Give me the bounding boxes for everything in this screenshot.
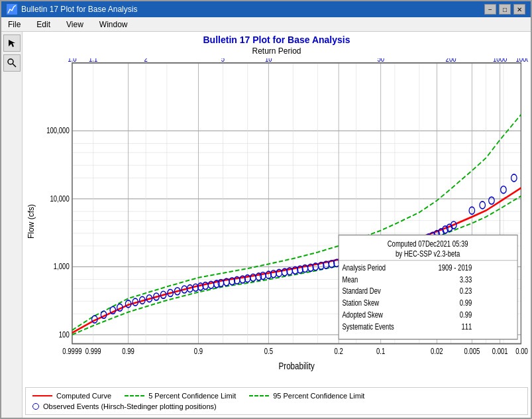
zoom-tool[interactable] <box>3 54 21 72</box>
svg-text:0.5: 0.5 <box>264 346 273 355</box>
main-window: Bulletin 17 Plot for Base Analysis − □ ✕… <box>0 0 532 419</box>
svg-text:100: 100 <box>59 330 70 339</box>
svg-text:0.02: 0.02 <box>431 346 443 355</box>
maximize-button[interactable]: □ <box>499 4 511 15</box>
svg-text:1.1: 1.1 <box>89 58 97 64</box>
svg-text:Computed 07Dec2021 05:39: Computed 07Dec2021 05:39 <box>388 239 468 248</box>
menu-bar: File Edit View Window <box>1 17 531 32</box>
chart-area[interactable]: 1.0 1.1 2 5 10 50 200 1000 10000 0 <box>37 58 528 385</box>
svg-text:1909 - 2019: 1909 - 2019 <box>438 263 472 272</box>
svg-text:10000: 10000 <box>515 58 528 64</box>
chart-svg: 1.0 1.1 2 5 10 50 200 1000 10000 0 <box>37 58 528 385</box>
chart-title: Bulletin 17 Plot for Base Analysis <box>25 34 528 45</box>
svg-text:0.2: 0.2 <box>335 346 343 355</box>
chart-subtitle: Return Period <box>25 46 528 56</box>
svg-text:Adopted Skew: Adopted Skew <box>342 310 382 319</box>
close-button[interactable]: ✕ <box>513 4 525 15</box>
svg-text:Station Skew: Station Skew <box>342 298 379 307</box>
title-bar-controls: − □ ✕ <box>484 4 525 15</box>
window-title: Bulletin 17 Plot for Base Analysis <box>21 5 137 14</box>
cursor-tool[interactable] <box>3 34 21 52</box>
svg-text:5: 5 <box>221 58 225 64</box>
app-icon <box>7 4 17 15</box>
svg-text:Mean: Mean <box>342 274 358 283</box>
legend-observed-label: Observed Events (Hirsch-Stedinger plotti… <box>43 402 217 410</box>
cursor-icon <box>7 38 17 48</box>
svg-text:1,000: 1,000 <box>54 262 70 270</box>
y-axis-label: Flow (cfs) <box>25 58 37 385</box>
svg-text:2: 2 <box>144 58 147 64</box>
svg-text:0.0001: 0.0001 <box>515 346 528 355</box>
svg-text:0.99: 0.99 <box>122 346 134 355</box>
svg-text:50: 50 <box>377 58 384 64</box>
toolbar <box>1 32 23 418</box>
svg-text:3.33: 3.33 <box>460 274 472 283</box>
legend-observed: Observed Events (Hirsch-Stedinger plotti… <box>32 402 217 410</box>
svg-text:10: 10 <box>265 58 272 64</box>
svg-text:0.001: 0.001 <box>492 346 508 355</box>
svg-text:200: 200 <box>446 58 456 64</box>
content-area: Bulletin 17 Plot for Base Analysis Retur… <box>1 32 531 418</box>
legend-circle <box>32 403 39 410</box>
title-bar: Bulletin 17 Plot for Base Analysis − □ ✕ <box>1 1 531 17</box>
svg-text:0.9999: 0.9999 <box>62 346 81 355</box>
svg-text:Standard Dev: Standard Dev <box>342 286 381 295</box>
svg-text:0.1: 0.1 <box>376 346 385 355</box>
svg-text:111: 111 <box>461 322 472 330</box>
svg-marker-1 <box>9 40 15 47</box>
legend-95pct: 95 Percent Confidence Limit <box>249 392 364 400</box>
svg-text:1000: 1000 <box>493 58 507 64</box>
svg-text:0.23: 0.23 <box>460 286 472 295</box>
svg-text:by HEC-SSP v2.3-beta: by HEC-SSP v2.3-beta <box>396 249 460 258</box>
svg-text:100,000: 100,000 <box>46 126 69 135</box>
legend-red-line <box>32 395 52 396</box>
legend-computed-label: Computed Curve <box>56 392 111 400</box>
svg-text:0.999: 0.999 <box>85 346 101 355</box>
svg-text:Analysis Period: Analysis Period <box>342 263 386 272</box>
legend-area: Computed Curve 5 Percent Confidence Limi… <box>25 387 528 415</box>
title-bar-left: Bulletin 17 Plot for Base Analysis <box>7 4 137 15</box>
zoom-icon <box>7 58 17 68</box>
svg-point-2 <box>8 59 13 64</box>
svg-text:Systematic Events: Systematic Events <box>342 322 394 330</box>
svg-line-3 <box>13 64 16 67</box>
menu-file[interactable]: File <box>4 19 25 30</box>
legend-5pct: 5 Percent Confidence Limit <box>125 392 236 400</box>
menu-view[interactable]: View <box>62 19 87 30</box>
legend-5pct-label: 5 Percent Confidence Limit <box>148 392 236 400</box>
svg-text:1.0: 1.0 <box>68 58 76 64</box>
chart-wrapper: Flow (cfs) <box>25 58 528 385</box>
legend-computed-curve: Computed Curve <box>32 392 111 400</box>
legend-green-dash-1 <box>125 395 144 396</box>
svg-text:0.99: 0.99 <box>460 298 472 307</box>
legend-95pct-label: 95 Percent Confidence Limit <box>273 392 364 400</box>
minimize-button[interactable]: − <box>484 4 496 15</box>
menu-edit[interactable]: Edit <box>32 19 54 30</box>
legend-green-dash-2 <box>249 395 269 396</box>
svg-text:0.9: 0.9 <box>194 346 203 355</box>
menu-window[interactable]: Window <box>95 19 132 30</box>
main-panel: Bulletin 17 Plot for Base Analysis Retur… <box>23 32 531 418</box>
svg-text:0.99: 0.99 <box>460 310 472 319</box>
svg-text:0.005: 0.005 <box>464 346 480 355</box>
svg-text:Probability: Probability <box>279 360 315 371</box>
svg-text:10,000: 10,000 <box>50 194 70 203</box>
